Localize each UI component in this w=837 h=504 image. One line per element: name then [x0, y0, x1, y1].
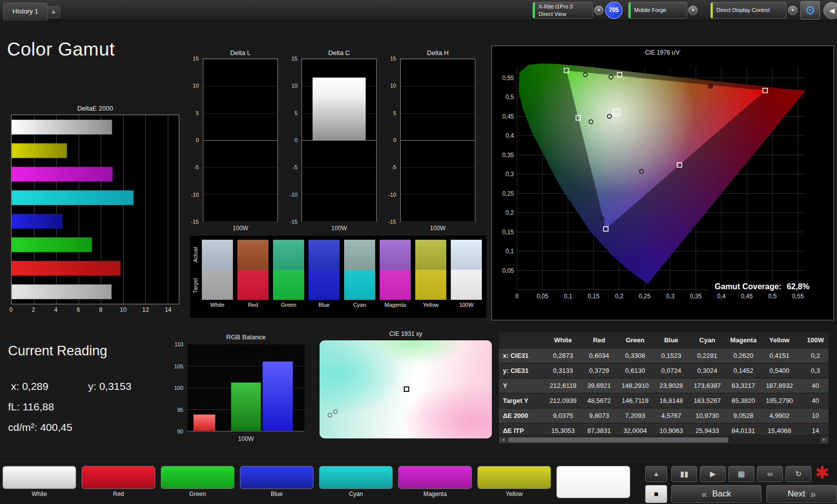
patch-button-green[interactable]: Green [161, 466, 234, 497]
deltae-bar-yellow [12, 143, 67, 158]
meter-count-badge[interactable]: 705 [605, 2, 623, 19]
patch-button-white[interactable]: White [3, 466, 76, 497]
next-button[interactable]: Next » [766, 485, 837, 503]
patch-button-magenta[interactable]: Magenta [398, 466, 472, 497]
axis-tick-label: 0,4 [717, 293, 726, 300]
patch-swatch [240, 466, 314, 489]
up-arrow-button[interactable]: ▲ [645, 466, 667, 482]
table-cell: 0,3 [797, 363, 828, 378]
gamut-coverage: Gamut Coverage: 62,8% [708, 281, 813, 293]
axis-tick-label: 90 [177, 428, 183, 434]
axis-tick-label: 12 [142, 306, 149, 313]
table-cell: 40 [797, 378, 828, 393]
axis-tick-label: 10 [120, 306, 126, 313]
pause-button[interactable]: ▮▮ [671, 466, 697, 482]
table-cell: 0,2281 [689, 348, 725, 363]
deltae-bar-magenta [12, 167, 113, 182]
axis-tick-label: 0,15 [502, 229, 514, 236]
table-cell: 25,9433 [689, 423, 725, 435]
tab-history-1[interactable]: History 1 [3, 3, 48, 21]
scroll-right-icon[interactable]: ► [820, 437, 828, 443]
display-dropdown-chevron-icon[interactable]: ▼ [788, 6, 797, 15]
asterisk-icon[interactable]: ✱ [815, 462, 829, 482]
save-button[interactable]: ▦ [728, 466, 754, 482]
display-control-selector[interactable]: Direct Display Control [710, 2, 786, 19]
cie1931-chart-title: CIE 1931 xy [320, 330, 492, 337]
rgb-balance-chart [187, 344, 305, 431]
add-tab-button[interactable]: + [47, 6, 60, 18]
back-button[interactable]: « Back [671, 485, 761, 503]
display-status-indicator [711, 3, 713, 18]
table-cell: 0,1452 [725, 363, 761, 378]
meter-selector[interactable]: X-Rite i1Pro 3 Direct View [532, 2, 593, 19]
loop-button[interactable]: ∞ [757, 466, 783, 482]
meter-dropdown-chevron-icon[interactable]: ▼ [594, 6, 604, 15]
deltae-bar-red [12, 261, 121, 276]
deltae-bar-100w [12, 284, 112, 299]
table-scrollbar[interactable]: ◄ ► [499, 436, 828, 443]
pattern-source-selector[interactable]: Mobile Forge [628, 2, 687, 19]
rgb-bar-blue [262, 361, 293, 431]
axis-tick-label: 15 [390, 56, 396, 62]
axis-tick-label: 0 [10, 306, 13, 313]
measurement-table: WhiteRedGreenBlueCyanMagentaYellow100Wx:… [499, 332, 828, 435]
table-cell: 195,2790 [761, 393, 797, 408]
table-cell: 40 [797, 393, 828, 408]
axis-tick-label: 10 [193, 83, 199, 89]
collapse-panel-icon[interactable]: ◀ [823, 2, 837, 19]
delta-c-chart [302, 59, 377, 222]
rgb-balance-chart-title: RGB Balance [187, 333, 305, 341]
patch-label: Yellow [477, 490, 551, 497]
scroll-left-icon[interactable]: ◄ [499, 437, 507, 443]
axis-tick-label: 0,55 [502, 75, 514, 82]
swatch-column-100w: 100W [451, 240, 482, 308]
delta-c-y-axis: 151050-5-10-15 [282, 59, 300, 222]
scrollbar-thumb[interactable] [508, 437, 728, 442]
gridline [302, 167, 376, 168]
axis-tick-label: 5 [295, 110, 298, 116]
table-cell: 0,2873 [545, 348, 581, 363]
refresh-button[interactable]: ↻ [785, 466, 811, 482]
target-swatch-magenta [380, 270, 411, 300]
patch-button-blue[interactable]: Blue [240, 466, 314, 497]
gridline [401, 221, 475, 222]
gridline [168, 115, 168, 304]
source-dropdown-chevron-icon[interactable]: ▼ [688, 6, 698, 15]
play-button[interactable]: ▶ [700, 466, 726, 482]
rgb-bar-green [231, 382, 261, 431]
patch-button-red[interactable]: Red [82, 466, 155, 497]
patch-label: Red [82, 490, 155, 497]
gridline [401, 86, 475, 87]
gridline [203, 86, 277, 87]
table-header-row: WhiteRedGreenBlueCyanMagentaYellow100W [499, 332, 828, 348]
gear-icon[interactable]: ⚙ [800, 1, 820, 20]
cie1976-chart: 00,050,10,150,20,250,30,350,40,450,50,55… [497, 58, 827, 305]
zero-axis-line [401, 140, 475, 141]
table-cell: 212,0939 [545, 393, 581, 408]
table-cell: 16,8148 [653, 393, 689, 408]
actual-swatch-blue [309, 240, 340, 270]
cie1931-chart [320, 340, 492, 438]
target-swatch-red [237, 270, 268, 300]
target-swatch-white [202, 270, 233, 300]
swatch-label: White [202, 302, 233, 308]
swatch-label: Red [237, 302, 268, 308]
target-swatch-100w [451, 270, 482, 300]
stop-button[interactable]: ■ [645, 485, 667, 503]
patch-button-cyan[interactable]: Cyan [319, 466, 393, 497]
target-swatch-green [273, 270, 304, 300]
patch-button-yellow[interactable]: Yellow [477, 466, 551, 497]
axis-tick-label: 0,35 [690, 293, 702, 300]
axis-tick-label: 0 [196, 137, 199, 143]
table-cell: 173,6387 [689, 378, 725, 393]
delta-h-y-axis: 151050-5-10-15 [380, 59, 398, 222]
patch-button-100w[interactable] [556, 466, 630, 498]
axis-tick-label: -15 [191, 219, 199, 225]
table-cell: 15,4068 [761, 423, 797, 435]
axis-tick-label: 0,2 [615, 293, 624, 300]
axis-tick-label: 0,25 [639, 293, 651, 300]
table-cell: 48,5672 [581, 393, 617, 408]
application-window: History 1 + X-Rite i1Pro 3 Direct View ▼… [0, 0, 837, 504]
table-header-cell: White [545, 332, 581, 348]
table-cell: 0,3024 [689, 363, 725, 378]
